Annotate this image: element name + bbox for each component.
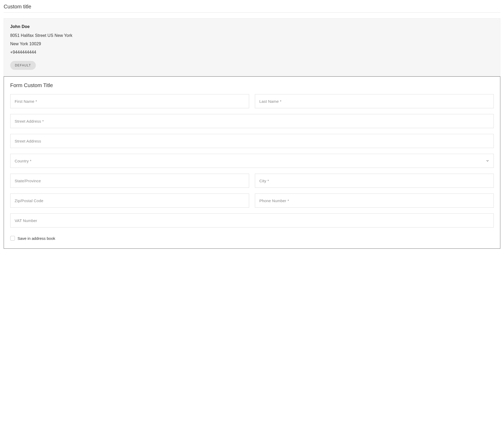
chevron-down-icon (486, 159, 489, 163)
country-select[interactable]: Country * (10, 154, 494, 168)
address-phone: +9444444444 (10, 50, 494, 55)
address-card: John Doe 8051 Halifax Street US New York… (4, 18, 500, 76)
save-checkbox-row: Save in address book (10, 236, 494, 241)
phone-input[interactable] (255, 194, 494, 208)
last-name-input[interactable] (255, 94, 494, 108)
save-checkbox[interactable] (10, 236, 15, 241)
address-form: Form Custom Title Country * (4, 76, 500, 249)
address-street-line: 8051 Halifax Street US New York (10, 33, 494, 38)
state-input[interactable] (10, 174, 249, 188)
street-address-2-input[interactable] (10, 134, 494, 148)
page-title: Custom title (4, 4, 500, 13)
zip-input[interactable] (10, 194, 249, 208)
first-name-input[interactable] (10, 94, 249, 108)
address-name: John Doe (10, 24, 494, 29)
save-checkbox-label: Save in address book (18, 236, 55, 241)
form-title: Form Custom Title (10, 82, 494, 88)
default-badge: DEFAULT (10, 61, 36, 70)
address-city-line: New York 10029 (10, 42, 494, 46)
city-input[interactable] (255, 174, 494, 188)
country-select-placeholder: Country * (15, 159, 486, 163)
street-address-1-input[interactable] (10, 114, 494, 128)
vat-input[interactable] (10, 213, 494, 228)
